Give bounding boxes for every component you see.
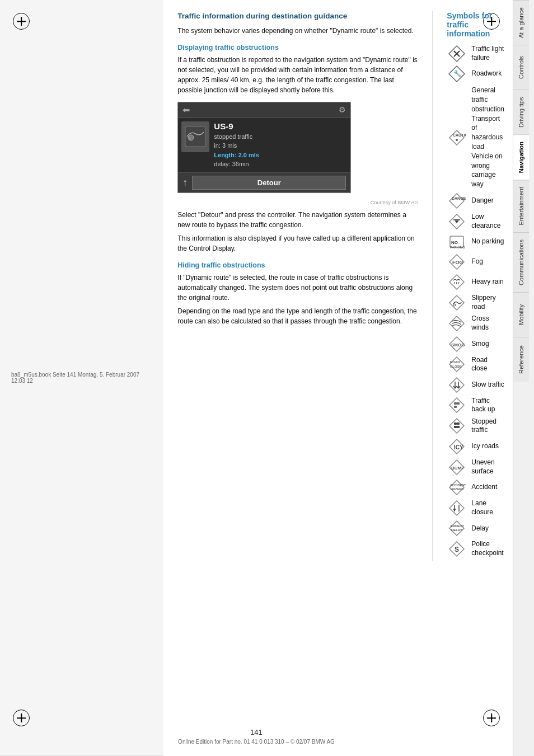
svg-marker-24	[449, 295, 464, 310]
sidebar-tab-entertainment[interactable]: Entertainment	[513, 180, 529, 232]
traffic-light-failure-label: Traffic light failure	[471, 45, 504, 62]
symbol-row-road-close: ROADCLOSERoad close	[447, 356, 504, 373]
icy-roads-label: Icy roads	[471, 442, 499, 451]
road-close-label: Road close	[471, 356, 504, 373]
svg-rect-40	[454, 426, 457, 428]
svg-text:CLOSE: CLOSE	[450, 365, 462, 368]
svg-rect-39	[457, 422, 460, 425]
no-parking-icon: NOPARKING	[447, 233, 467, 250]
symbol-row-no-parking: NOPARKINGNo parking	[447, 233, 504, 250]
sidebar-tab-driving-tips[interactable]: Driving tips	[513, 90, 529, 134]
smog-icon: SMOG	[447, 336, 467, 353]
svg-text:NO: NO	[451, 240, 458, 245]
svg-marker-33	[449, 398, 464, 412]
svg-marker-29	[449, 357, 464, 372]
cross-winds-label: Cross winds	[471, 314, 504, 332]
reg-mark-br	[487, 713, 496, 722]
symbol-row-heavy-rain: Heavy rain	[447, 274, 504, 290]
low-clearance-icon	[447, 213, 467, 230]
subsection2-body2: Depending on the road type and the type …	[177, 306, 418, 326]
symbol-row-uneven-surface: BUMPUneven surface	[447, 458, 504, 476]
svg-marker-11	[449, 194, 464, 208]
stopped-traffic-label: Stopped traffic	[471, 417, 504, 435]
sidebar-tab-reference[interactable]: Reference	[513, 337, 529, 382]
svg-text:HAZARD: HAZARD	[451, 487, 463, 491]
sidebar-tab-navigation[interactable]: Navigation	[513, 134, 529, 180]
fog-label: Fog	[471, 257, 483, 266]
svg-rect-41	[457, 426, 460, 428]
lane-closure-icon	[447, 500, 467, 516]
svg-text:DANGER: DANGER	[452, 196, 466, 200]
svg-rect-35	[457, 402, 460, 405]
general-obstruction-icon: CAUTION	[447, 129, 467, 146]
delay-icon: EXPECTDELAY	[447, 520, 467, 537]
police-checkpoint-label: Police checkpoint	[471, 540, 504, 557]
symbol-row-cross-winds: Cross winds	[447, 314, 504, 332]
subsection1-title: Displaying traffic obstructions	[177, 44, 418, 51]
slow-traffic-icon	[447, 377, 467, 393]
traffic-light-failure-icon	[447, 45, 467, 62]
delay-label: Delay	[471, 524, 489, 533]
symbol-row-smog: SMOGSmog	[447, 336, 504, 353]
svg-text:SMOG: SMOG	[451, 342, 465, 348]
right-column: Symbols for traffic information Traffic …	[447, 11, 504, 561]
symbol-row-delay: EXPECTDELAYDelay	[447, 520, 504, 537]
symbol-row-stopped-traffic: Stopped traffic	[447, 417, 504, 435]
main-content: Traffic information during destination g…	[163, 0, 513, 756]
svg-text:🔧: 🔧	[453, 69, 462, 78]
danger-icon: DANGER	[447, 192, 467, 209]
lane-closure-label: Lane closure	[471, 499, 504, 516]
image-caption: Courtesy of BMW AG	[177, 200, 418, 205]
uneven-surface-icon: BUMP	[447, 459, 467, 476]
main-body: The system behavior varies depending on …	[177, 26, 418, 36]
symbols-list: Traffic light failure🔧RoadworkCAUTIONGen…	[447, 45, 504, 558]
symbols-title: Symbols for traffic information	[447, 11, 504, 38]
svg-marker-37	[449, 419, 464, 433]
sidebar-tab-communications[interactable]: Communications	[513, 232, 529, 292]
sidebar-tab-at-a-glance[interactable]: At a glance	[513, 0, 529, 45]
symbol-row-police-checkpoint: SPolice checkpoint	[447, 540, 504, 557]
svg-rect-36	[454, 406, 457, 408]
icy-roads-icon: ICY	[447, 438, 467, 455]
slippery-road-icon	[447, 294, 467, 311]
danger-label: Danger	[471, 196, 493, 205]
symbol-row-danger: DANGERDanger	[447, 192, 504, 209]
reg-mark-bl	[17, 713, 26, 722]
subsection2-body1: If "Dynamic route" is selected, the rout…	[177, 273, 418, 303]
accident-label: Accident	[471, 483, 497, 492]
police-checkpoint-icon: S	[447, 541, 467, 557]
nav-road: US-9	[214, 121, 347, 131]
roadwork-label: Roadwork	[471, 69, 502, 78]
after-display-text1: Select "Detour" and press the controller…	[177, 210, 418, 230]
nav-display-header: ⬅ ⚙	[178, 102, 350, 118]
slippery-road-label: Slippery road	[471, 294, 504, 311]
svg-text:ACCIDENT: ACCIDENT	[450, 483, 466, 487]
reg-mark-tl	[17, 17, 26, 26]
page-number: 141	[0, 728, 513, 736]
symbol-row-accident: ACCIDENTHAZARDAccident	[447, 479, 504, 496]
sidebar: At a glanceControlsDriving tipsNavigatio…	[513, 0, 534, 756]
low-clearance-label: Low clearance	[471, 213, 504, 230]
smog-label: Smog	[471, 340, 489, 349]
road-close-icon: ROADCLOSE	[447, 356, 467, 373]
svg-marker-26	[449, 316, 464, 331]
footer-text: Online Edition for Part no. 01 41 0 013 …	[0, 739, 513, 745]
symbol-row-icy-roads: ICYIcy roads	[447, 438, 504, 455]
svg-text:ROAD: ROAD	[450, 360, 460, 364]
detour-button[interactable]: Detour	[192, 176, 346, 190]
general-obstruction-label: General traffic obstructionTransport of …	[471, 86, 504, 189]
symbol-row-low-clearance: Low clearance	[447, 213, 504, 230]
symbol-row-traffic-back-up: Traffic back up	[447, 397, 504, 414]
accident-icon: ACCIDENTHAZARD	[447, 479, 467, 496]
svg-rect-34	[454, 402, 457, 405]
top-bar-text: ba8_m5us.book Seite 141 Montag, 5. Febru…	[11, 372, 152, 384]
svg-marker-49	[449, 501, 464, 515]
subsection2-title: Hiding traffic obstructions	[177, 261, 418, 269]
sidebar-tab-controls[interactable]: Controls	[513, 45, 529, 90]
nav-settings-icon: ⚙	[339, 105, 346, 114]
top-bar: ba8_m5us.book Seite 141 Montag, 5. Febru…	[0, 0, 163, 756]
roadwork-icon: 🔧	[447, 65, 467, 82]
sidebar-tab-mobility[interactable]: Mobility	[513, 292, 529, 337]
svg-text:!: !	[189, 136, 191, 141]
stopped-traffic-icon	[447, 417, 467, 434]
